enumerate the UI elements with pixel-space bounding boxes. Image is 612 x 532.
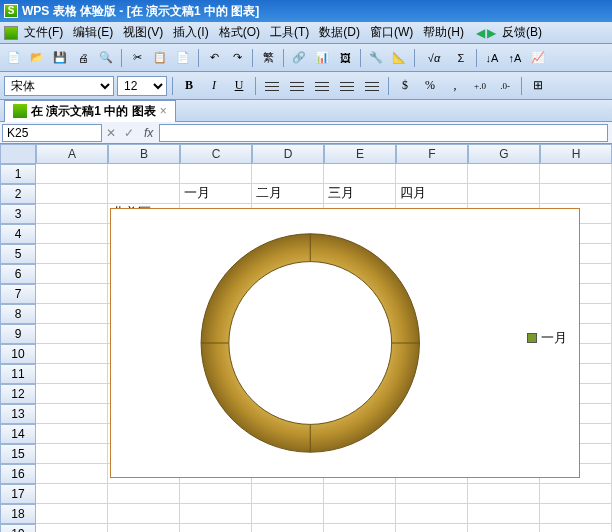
cell-A10[interactable] xyxy=(36,344,108,364)
cell-G19[interactable] xyxy=(468,524,540,532)
undo-button[interactable]: ↶ xyxy=(204,48,224,68)
tool-a-button[interactable]: 🔗 xyxy=(289,48,309,68)
cell-H19[interactable] xyxy=(540,524,612,532)
menu-feedback[interactable]: 反馈(B) xyxy=(498,22,546,43)
row-header-15[interactable]: 15 xyxy=(0,444,36,464)
cell-D17[interactable] xyxy=(252,484,324,504)
row-header-7[interactable]: 7 xyxy=(0,284,36,304)
cell-H17[interactable] xyxy=(540,484,612,504)
new-button[interactable]: 📄 xyxy=(4,48,24,68)
align-center-button[interactable] xyxy=(286,75,308,97)
bold-button[interactable]: B xyxy=(178,75,200,97)
paste-button[interactable]: 📄 xyxy=(173,48,193,68)
cell-A18[interactable] xyxy=(36,504,108,524)
border-button[interactable]: ⊞ xyxy=(527,75,549,97)
merge-button[interactable] xyxy=(336,75,358,97)
cell-D19[interactable] xyxy=(252,524,324,532)
row-header-16[interactable]: 16 xyxy=(0,464,36,484)
tool-e-button[interactable]: 📐 xyxy=(389,48,409,68)
cell-B1[interactable] xyxy=(108,164,180,184)
wrap-button[interactable] xyxy=(361,75,383,97)
cell-F17[interactable] xyxy=(396,484,468,504)
cell-A1[interactable] xyxy=(36,164,108,184)
cell-A15[interactable] xyxy=(36,444,108,464)
cell-G18[interactable] xyxy=(468,504,540,524)
cell-G17[interactable] xyxy=(468,484,540,504)
row-header-5[interactable]: 5 xyxy=(0,244,36,264)
fx-icon[interactable]: fx xyxy=(144,126,153,140)
cell-B19[interactable] xyxy=(108,524,180,532)
row-header-13[interactable]: 13 xyxy=(0,404,36,424)
inc-decimal-button[interactable]: +.0 xyxy=(469,75,491,97)
cell-A16[interactable] xyxy=(36,464,108,484)
cell-A4[interactable] xyxy=(36,224,108,244)
col-header-F[interactable]: F xyxy=(396,144,468,164)
cell-A5[interactable] xyxy=(36,244,108,264)
cell-E17[interactable] xyxy=(324,484,396,504)
row-header-8[interactable]: 8 xyxy=(0,304,36,324)
font-size-select[interactable]: 12 xyxy=(117,76,167,96)
row-header-18[interactable]: 18 xyxy=(0,504,36,524)
percent-button[interactable]: % xyxy=(419,75,441,97)
align-right-button[interactable] xyxy=(311,75,333,97)
traditional-button[interactable]: 繁 xyxy=(258,48,278,68)
redo-button[interactable]: ↷ xyxy=(227,48,247,68)
tool-c-button[interactable]: 🖼 xyxy=(335,48,355,68)
cell-D1[interactable] xyxy=(252,164,324,184)
tool-b-button[interactable]: 📊 xyxy=(312,48,332,68)
cell-E2[interactable]: 三月 xyxy=(324,184,396,204)
row-header-17[interactable]: 17 xyxy=(0,484,36,504)
row-header-10[interactable]: 10 xyxy=(0,344,36,364)
italic-button[interactable]: I xyxy=(203,75,225,97)
menu-file[interactable]: 文件(F) xyxy=(20,22,67,43)
confirm-icon[interactable]: ✓ xyxy=(124,126,134,140)
preview-button[interactable]: 🔍 xyxy=(96,48,116,68)
sum-button[interactable]: Σ xyxy=(451,48,471,68)
cell-C19[interactable] xyxy=(180,524,252,532)
menu-data[interactable]: 数据(D) xyxy=(315,22,364,43)
chart-button[interactable]: 📈 xyxy=(528,48,548,68)
menu-format[interactable]: 格式(O) xyxy=(215,22,264,43)
align-left-button[interactable] xyxy=(261,75,283,97)
font-name-select[interactable]: 宋体 xyxy=(4,76,114,96)
tool-d-button[interactable]: 🔧 xyxy=(366,48,386,68)
cell-E1[interactable] xyxy=(324,164,396,184)
cell-A8[interactable] xyxy=(36,304,108,324)
cell-A3[interactable] xyxy=(36,204,108,224)
cell-A6[interactable] xyxy=(36,264,108,284)
cell-F18[interactable] xyxy=(396,504,468,524)
row-header-1[interactable]: 1 xyxy=(0,164,36,184)
comma-button[interactable]: , xyxy=(444,75,466,97)
arrow-right-icon[interactable]: ▶ xyxy=(487,26,496,40)
menu-help[interactable]: 帮助(H) xyxy=(419,22,468,43)
cut-button[interactable]: ✂ xyxy=(127,48,147,68)
row-header-11[interactable]: 11 xyxy=(0,364,36,384)
print-button[interactable]: 🖨 xyxy=(73,48,93,68)
col-header-H[interactable]: H xyxy=(540,144,612,164)
cell-A14[interactable] xyxy=(36,424,108,444)
menu-tools[interactable]: 工具(T) xyxy=(266,22,313,43)
cell-A11[interactable] xyxy=(36,364,108,384)
save-button[interactable]: 💾 xyxy=(50,48,70,68)
cell-B18[interactable] xyxy=(108,504,180,524)
cell-C2[interactable]: 一月 xyxy=(180,184,252,204)
cancel-icon[interactable]: ✕ xyxy=(106,126,116,140)
col-header-E[interactable]: E xyxy=(324,144,396,164)
row-header-19[interactable]: 19 xyxy=(0,524,36,532)
cell-A17[interactable] xyxy=(36,484,108,504)
cell-C1[interactable] xyxy=(180,164,252,184)
menu-window[interactable]: 窗口(W) xyxy=(366,22,417,43)
row-header-2[interactable]: 2 xyxy=(0,184,36,204)
open-button[interactable]: 📂 xyxy=(27,48,47,68)
embedded-chart[interactable]: 一月 xyxy=(110,208,580,478)
cell-A7[interactable] xyxy=(36,284,108,304)
cell-H2[interactable] xyxy=(540,184,612,204)
cell-E18[interactable] xyxy=(324,504,396,524)
row-header-3[interactable]: 3 xyxy=(0,204,36,224)
col-header-B[interactable]: B xyxy=(108,144,180,164)
cell-E19[interactable] xyxy=(324,524,396,532)
cell-A19[interactable] xyxy=(36,524,108,532)
cell-A13[interactable] xyxy=(36,404,108,424)
col-header-D[interactable]: D xyxy=(252,144,324,164)
cell-F19[interactable] xyxy=(396,524,468,532)
